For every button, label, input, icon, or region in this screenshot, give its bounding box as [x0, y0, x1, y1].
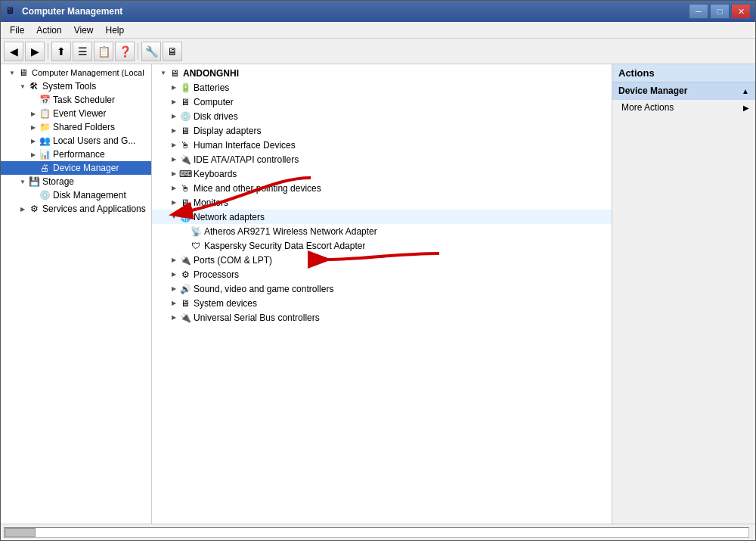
- window-title: Computer Management: [22, 6, 684, 17]
- horizontal-scrollbar[interactable]: [4, 527, 749, 538]
- usb-toggle-icon: [169, 312, 179, 323]
- center-tree: 🖥 ANDONGNHI 🔋 Batteries 🖥 Computer: [152, 64, 612, 524]
- services-apps-toggle-icon: [17, 204, 28, 214]
- disk-management-icon: 💿: [39, 189, 51, 201]
- back-button[interactable]: ◀: [4, 42, 23, 61]
- menu-help[interactable]: Help: [100, 23, 131, 37]
- system-devices-toggle-icon: [169, 298, 179, 309]
- hid-icon: 🖱: [179, 139, 191, 151]
- display-adapters-icon: 🖥: [179, 125, 191, 137]
- shared-folders-icon: 📁: [39, 121, 51, 133]
- center-item-processors[interactable]: ⚙ Processors: [152, 267, 612, 281]
- center-item-keyboards[interactable]: ⌨ Keyboards: [152, 166, 612, 181]
- keyboards-toggle-icon: [169, 169, 179, 179]
- forward-button[interactable]: ▶: [25, 42, 45, 61]
- sidebar-item-event-viewer[interactable]: 📋 Event Viewer: [1, 107, 151, 120]
- center-item-sound[interactable]: 🔊 Sound, video and game controllers: [152, 281, 612, 296]
- center-item-mice[interactable]: 🖱 Mice and other pointing devices: [152, 181, 612, 195]
- center-network-adapters-label: Network adapters: [194, 212, 265, 222]
- menu-view[interactable]: View: [68, 23, 100, 37]
- center-item-display-adapters[interactable]: 🖥 Display adapters: [152, 123, 612, 138]
- center-item-monitors[interactable]: 🖥 Monitors: [152, 195, 612, 210]
- sidebar-root[interactable]: 🖥 Computer Management (Local: [1, 66, 151, 79]
- mice-icon: 🖱: [179, 182, 191, 194]
- up-button[interactable]: ⬆: [51, 42, 71, 61]
- sidebar-item-storage[interactable]: 💾 Storage: [1, 175, 151, 188]
- settings-button[interactable]: 🔧: [141, 42, 161, 61]
- device-manager-action-label: Device Manager: [618, 86, 687, 96]
- andongnhi-toggle-icon: [158, 68, 169, 79]
- center-item-usb[interactable]: 🔌 Universal Serial Bus controllers: [152, 310, 612, 325]
- maximize-button[interactable]: □: [710, 4, 730, 19]
- action-item-more-actions[interactable]: More Actions ▶: [612, 100, 755, 115]
- window-controls: ─ □ ✕: [689, 4, 751, 19]
- monitors-toggle-icon: [169, 197, 179, 208]
- menu-bar: File Action View Help: [1, 22, 755, 39]
- center-item-disk-drives[interactable]: 💿 Disk drives: [152, 109, 612, 123]
- hid-toggle-icon: [169, 140, 179, 151]
- close-button[interactable]: ✕: [731, 4, 751, 19]
- action-item-device-manager[interactable]: Device Manager ▲: [612, 82, 755, 100]
- keyboards-icon: ⌨: [179, 168, 191, 180]
- sidebar-item-disk-management[interactable]: 💿 Disk Management: [1, 188, 151, 202]
- system-tools-toggle-icon: [17, 81, 28, 92]
- main-content: 🖥 Computer Management (Local 🛠 System To…: [1, 64, 755, 524]
- center-item-system-devices[interactable]: 🖥 System devices: [152, 296, 612, 310]
- center-computer-label: Computer: [194, 97, 234, 107]
- disk-drives-icon: 💿: [179, 110, 191, 123]
- event-viewer-toggle-icon: [28, 108, 39, 119]
- center-item-kaspersky[interactable]: 🛡 Kaspersky Security Data Escort Adapter: [152, 238, 612, 253]
- sidebar-storage-label: Storage: [42, 176, 74, 187]
- center-item-batteries[interactable]: 🔋 Batteries: [152, 80, 612, 95]
- toolbar-separator-1: [48, 43, 48, 60]
- display-button[interactable]: 🖥: [163, 42, 182, 61]
- disk-management-toggle-icon: [28, 190, 39, 201]
- sidebar-item-local-users[interactable]: 👥 Local Users and G...: [1, 134, 151, 148]
- sidebar-disk-management-label: Disk Management: [53, 190, 126, 201]
- ide-icon: 🔌: [179, 154, 191, 166]
- sidebar-item-system-tools[interactable]: 🛠 System Tools: [1, 79, 151, 93]
- center-item-ide[interactable]: 🔌 IDE ATA/ATAPI controllers: [152, 152, 612, 166]
- sidebar-item-task-scheduler[interactable]: 📅 Task Scheduler: [1, 93, 151, 107]
- center-batteries-label: Batteries: [194, 82, 229, 93]
- center-monitors-label: Monitors: [194, 197, 228, 208]
- scrollbar-thumb[interactable]: [5, 528, 36, 537]
- storage-toggle-icon: [17, 176, 28, 187]
- sidebar-item-services-apps[interactable]: ⚙ Services and Applications: [1, 202, 151, 216]
- shared-folders-toggle-icon: [28, 122, 39, 132]
- device-manager-toggle-icon: [28, 163, 39, 173]
- kaspersky-toggle-icon: [179, 241, 190, 251]
- device-manager-action-collapse-icon: ▲: [742, 87, 749, 95]
- center-item-atheros[interactable]: 📡 Atheros AR9271 Wireless Network Adapte…: [152, 224, 612, 238]
- center-ide-label: IDE ATA/ATAPI controllers: [194, 154, 299, 165]
- disk-drives-toggle-icon: [169, 111, 179, 122]
- sidebar-item-shared-folders[interactable]: 📁 Shared Folders: [1, 120, 151, 134]
- local-users-toggle-icon: [28, 135, 39, 146]
- center-disk-drives-label: Disk drives: [194, 111, 238, 122]
- center-root[interactable]: 🖥 ANDONGNHI: [152, 66, 612, 80]
- center-item-hid[interactable]: 🖱 Human Interface Devices: [152, 138, 612, 152]
- computer-node-toggle-icon: [169, 97, 179, 107]
- task-scheduler-icon: 📅: [39, 94, 51, 106]
- sidebar-item-performance[interactable]: 📊 Performance: [1, 148, 151, 161]
- performance-icon: 📊: [39, 148, 51, 160]
- menu-file[interactable]: File: [4, 23, 30, 37]
- show-hide-button[interactable]: ☰: [73, 42, 92, 61]
- sidebar-event-viewer-label: Event Viewer: [53, 108, 106, 119]
- sidebar-item-device-manager[interactable]: 🖨 Device Manager: [1, 161, 151, 175]
- center-item-ports[interactable]: 🔌 Ports (COM & LPT): [152, 253, 612, 267]
- sidebar-task-scheduler-label: Task Scheduler: [53, 95, 115, 105]
- center-item-computer[interactable]: 🖥 Computer: [152, 95, 612, 109]
- toolbar-separator-2: [138, 43, 138, 60]
- app-icon: 🖥: [5, 5, 17, 17]
- center-item-network-adapters[interactable]: 🌐 Network adapters: [152, 210, 612, 224]
- help-button[interactable]: ❓: [115, 42, 135, 61]
- sidebar-shared-folders-label: Shared Folders: [53, 122, 115, 132]
- properties-button[interactable]: 📋: [94, 42, 113, 61]
- performance-toggle-icon: [28, 149, 39, 160]
- center-processors-label: Processors: [194, 269, 239, 280]
- menu-action[interactable]: Action: [30, 23, 67, 37]
- minimize-button[interactable]: ─: [689, 4, 708, 19]
- processors-toggle-icon: [169, 269, 179, 280]
- usb-icon: 🔌: [179, 312, 191, 324]
